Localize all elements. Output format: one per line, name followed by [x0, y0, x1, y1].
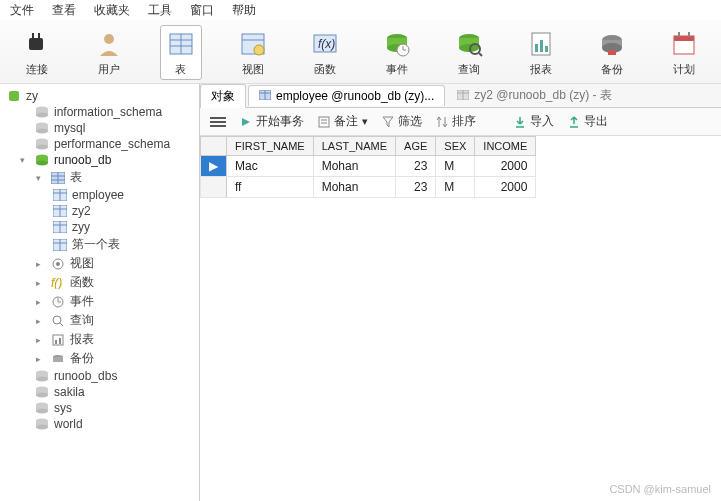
svg-point-48 [36, 161, 48, 166]
ribbon-table[interactable]: 表 [160, 25, 203, 80]
ribbon-event[interactable]: 事件 [376, 28, 418, 77]
table-row[interactable]: ffMohan23M2000 [201, 177, 536, 198]
tree-table[interactable]: 第一个表 [2, 235, 197, 254]
svg-rect-36 [9, 91, 19, 101]
database-icon [34, 121, 50, 135]
sort-button[interactable]: 排序 [436, 113, 476, 130]
menu-window[interactable]: 窗口 [190, 2, 214, 19]
cell[interactable]: 23 [396, 156, 436, 177]
ribbon-report[interactable]: 报表 [520, 28, 562, 77]
folder-icon [50, 257, 66, 271]
tree-db[interactable]: world [2, 416, 197, 432]
tree-folder[interactable]: ▸f()函数 [2, 273, 197, 292]
svg-rect-25 [535, 44, 538, 52]
database-icon [34, 137, 50, 151]
ribbon-label: 连接 [26, 62, 48, 77]
menu-view[interactable]: 查看 [52, 2, 76, 19]
svg-rect-0 [29, 38, 43, 50]
cell[interactable]: 23 [396, 177, 436, 198]
tree-table[interactable]: employee [2, 187, 197, 203]
menu-favorites[interactable]: 收藏夹 [94, 2, 130, 19]
import-button[interactable]: 导入 [514, 113, 554, 130]
tree-folder[interactable]: ▸备份 [2, 349, 197, 368]
data-grid[interactable]: FIRST_NAMELAST_NAMEAGESEXINCOME ▶MacMoha… [200, 136, 721, 501]
svg-text:f(): f() [51, 277, 62, 289]
svg-point-71 [53, 316, 61, 324]
tree-tables-folder[interactable]: ▾ 表 [2, 168, 197, 187]
ribbon-label: 函数 [314, 62, 336, 77]
col-header[interactable]: AGE [396, 137, 436, 156]
tree-db[interactable]: information_schema [2, 104, 197, 120]
ribbon-fx[interactable]: f(x)函数 [304, 28, 346, 77]
menu-icon[interactable] [210, 116, 226, 128]
menu-help[interactable]: 帮助 [232, 2, 256, 19]
svg-point-89 [36, 425, 48, 430]
tab-objects[interactable]: 对象 [200, 84, 246, 108]
cell[interactable]: Mohan [313, 156, 395, 177]
cell[interactable]: ff [227, 177, 314, 198]
svg-point-39 [36, 113, 48, 118]
cell[interactable]: M [436, 177, 475, 198]
svg-point-66 [56, 262, 60, 266]
tree-db[interactable]: mysql [2, 120, 197, 136]
tree-db-open[interactable]: ▾ runoob_db [2, 152, 197, 168]
ribbon-backup[interactable]: 备份 [591, 28, 633, 77]
svg-point-3 [104, 34, 114, 44]
col-header[interactable]: LAST_NAME [313, 137, 395, 156]
folder-icon [50, 333, 66, 347]
tree-connection[interactable]: zy [2, 88, 197, 104]
ribbon-user[interactable]: 用户 [88, 28, 130, 77]
tree-db[interactable]: sakila [2, 384, 197, 400]
ribbon-label: 备份 [601, 62, 623, 77]
tab-zy2[interactable]: zy2 @runoob_db (zy) - 表 [447, 84, 622, 107]
table-icon [165, 28, 197, 60]
cell[interactable]: Mohan [313, 177, 395, 198]
filter-button[interactable]: 筛选 [382, 113, 422, 130]
tree-db[interactable]: sys [2, 400, 197, 416]
row-marker-header [201, 137, 227, 156]
cell[interactable]: 2000 [475, 156, 536, 177]
ribbon-plug[interactable]: 连接 [16, 28, 58, 77]
cell[interactable]: Mac [227, 156, 314, 177]
ribbon-query[interactable]: 查询 [448, 28, 490, 77]
view-icon [237, 28, 269, 60]
svg-rect-77 [53, 357, 63, 362]
tree-db[interactable]: performance_schema [2, 136, 197, 152]
ribbon-plan[interactable]: 计划 [663, 28, 705, 77]
col-header[interactable]: INCOME [475, 137, 536, 156]
plug-icon [21, 28, 53, 60]
svg-point-10 [254, 45, 264, 55]
tree-folder[interactable]: ▸查询 [2, 311, 197, 330]
note-button[interactable]: 备注 ▾ [318, 113, 368, 130]
svg-rect-31 [608, 50, 616, 55]
ribbon-view[interactable]: 视图 [232, 28, 274, 77]
svg-rect-33 [674, 36, 694, 41]
tab-employee[interactable]: employee @runoob_db (zy)... [248, 85, 445, 106]
tree-table[interactable]: zyy [2, 219, 197, 235]
tree-folder[interactable]: ▸事件 [2, 292, 197, 311]
table-icon [52, 220, 68, 234]
svg-line-23 [479, 53, 482, 56]
export-button[interactable]: 导出 [568, 113, 608, 130]
tree-folder[interactable]: ▸视图 [2, 254, 197, 273]
menu-file[interactable]: 文件 [10, 2, 34, 19]
tree-table[interactable]: zy2 [2, 203, 197, 219]
col-header[interactable]: SEX [436, 137, 475, 156]
svg-point-80 [36, 377, 48, 382]
sidebar: zy information_schemamysqlperformance_sc… [0, 84, 200, 501]
menu-tools[interactable]: 工具 [148, 2, 172, 19]
col-header[interactable]: FIRST_NAME [227, 137, 314, 156]
fx-icon: f(x) [309, 28, 341, 60]
table-row[interactable]: ▶MacMohan23M2000 [201, 156, 536, 177]
start-transaction-button[interactable]: 开始事务 [240, 113, 304, 130]
tree-folder[interactable]: ▸报表 [2, 330, 197, 349]
tree-db[interactable]: runoob_dbs [2, 368, 197, 384]
cell[interactable]: M [436, 156, 475, 177]
table-icon [52, 204, 68, 218]
svg-point-42 [36, 129, 48, 134]
cell[interactable]: 2000 [475, 177, 536, 198]
chevron-right-icon: ▸ [36, 259, 46, 269]
ribbon-label: 报表 [530, 62, 552, 77]
chevron-down-icon: ▾ [36, 173, 46, 183]
svg-rect-35 [688, 32, 690, 37]
